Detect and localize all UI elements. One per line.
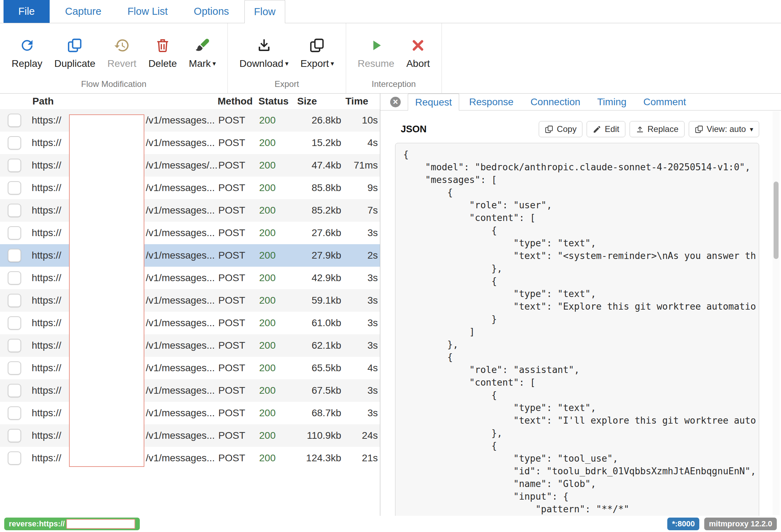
flow-row[interactable]: https:// /v1/messages... POST 200 61.0kb… (0, 312, 380, 334)
flow-row-checkbox[interactable] (8, 339, 21, 352)
flow-path-suffix: /v1/messages... (146, 272, 215, 284)
flow-path-prefix: https:// (32, 407, 61, 419)
replace-upload-icon (636, 125, 644, 134)
flow-path-suffix: /v1/messages... (146, 362, 215, 374)
duplicate-label: Duplicate (54, 58, 95, 69)
col-header-method[interactable]: Method (218, 96, 258, 107)
flow-row-checkbox[interactable] (8, 361, 21, 375)
view-mode-button[interactable]: View: auto ▾ (689, 121, 759, 137)
edit-button[interactable]: Edit (587, 121, 625, 137)
replace-button[interactable]: Replace (630, 121, 685, 137)
flow-row-checkbox[interactable] (8, 384, 21, 397)
flow-row[interactable]: https:// /v1/messages... POST 200 62.1kb… (0, 334, 380, 357)
tab-timing[interactable]: Timing (590, 94, 633, 110)
flow-row[interactable]: https:// /v1/messages... POST 200 110.9k… (0, 424, 380, 447)
flow-row-checkbox[interactable] (8, 429, 21, 442)
col-header-path[interactable]: Path (29, 96, 218, 107)
flow-row-checkbox[interactable] (8, 316, 21, 330)
flow-row[interactable]: https:// /v1/messages... POST 200 15.2kb… (0, 132, 380, 154)
flow-row-checkbox[interactable] (8, 204, 21, 217)
flow-time: 4s (343, 137, 380, 148)
flow-row[interactable]: https:// /v1/messages... POST 200 27.6kb… (0, 222, 380, 244)
flow-size: 27.9kb (297, 250, 343, 261)
flow-row-checkbox[interactable] (8, 159, 21, 172)
flow-row[interactable]: https:// /v1/messages... POST 200 67.5kb… (0, 379, 380, 402)
flow-row[interactable]: https:// /v1/messages... POST 200 85.8kb… (0, 177, 380, 199)
flow-row[interactable]: https:// /v1/messages... POST 200 65.5kb… (0, 357, 380, 379)
flow-row[interactable]: https:// /v1/messages... POST 200 124.3k… (0, 447, 380, 469)
flow-size: 42.9kb (297, 272, 343, 284)
flow-row-marker-cell (0, 294, 29, 307)
flow-row[interactable]: https:// /v1/messages... POST 200 85.2kb… (0, 199, 380, 222)
flow-status: 200 (258, 295, 297, 306)
flow-row-marker-cell (0, 339, 29, 352)
menu-flow[interactable]: Flow (244, 0, 285, 23)
flow-row[interactable]: https:// /v1/messages/... POST 200 47.4k… (0, 154, 380, 177)
mark-button[interactable]: Mark▾ (183, 33, 222, 72)
flow-path-prefix: https:// (32, 137, 61, 148)
mark-brush-icon (193, 36, 212, 55)
detail-tab-bar: × Request Response Connection Timing Com… (380, 94, 781, 110)
mitmweb-window: File Capture Flow List Options Flow Repl… (0, 0, 781, 532)
flow-row[interactable]: https:// /v1/messages... POST 200 68.7kb… (0, 402, 380, 424)
flow-path-suffix: /v1/messages... (146, 340, 215, 351)
flow-status: 200 (258, 182, 297, 194)
flow-method: POST (218, 137, 258, 148)
flow-row-checkbox[interactable] (8, 249, 21, 262)
tab-comment[interactable]: Comment (636, 94, 693, 110)
flow-row[interactable]: https:// /v1/messages... POST 200 27.9kb… (0, 244, 380, 267)
resume-button[interactable]: Resume (352, 33, 400, 72)
tab-connection[interactable]: Connection (523, 94, 587, 110)
flow-row[interactable]: https:// /v1/messages... POST 200 42.9kb… (0, 267, 380, 289)
flow-method: POST (218, 430, 258, 441)
flow-path-suffix: /v1/messages... (146, 407, 215, 419)
download-button[interactable]: Download▾ (233, 33, 294, 72)
flow-time: 3s (343, 385, 380, 396)
flow-path-suffix: /v1/messages... (146, 227, 215, 239)
export-button[interactable]: Export▾ (294, 33, 340, 72)
col-header-size[interactable]: Size (297, 96, 343, 107)
flow-time: 3s (343, 272, 380, 284)
tab-response[interactable]: Response (462, 94, 520, 110)
flow-path-prefix: https:// (32, 272, 61, 284)
export-icon (308, 36, 326, 55)
flow-row-checkbox[interactable] (8, 181, 21, 195)
revert-button[interactable]: Revert (101, 33, 142, 72)
flow-method: POST (218, 160, 258, 171)
close-detail-icon[interactable]: × (390, 97, 401, 107)
statusbar: reverse:https:// *:8000 mitmproxy 12.2.0 (0, 516, 781, 532)
copy-button[interactable]: Copy (539, 121, 582, 137)
scrollbar-track[interactable] (773, 111, 780, 515)
delete-button[interactable]: Delete (142, 33, 183, 72)
flow-row[interactable]: https:// /v1/messages... POST 200 26.8kb… (0, 109, 380, 132)
flow-status: 200 (258, 362, 297, 374)
replay-button[interactable]: Replay (6, 33, 48, 72)
flow-row-checkbox[interactable] (8, 406, 21, 420)
col-header-status[interactable]: Status (258, 96, 297, 107)
flow-path-suffix: /v1/messages... (146, 182, 215, 194)
request-body-viewer[interactable]: { "model": "bedrock/anthropic.claude-son… (395, 143, 759, 516)
abort-button[interactable]: Abort (400, 33, 436, 72)
menu-file[interactable]: File (4, 0, 50, 23)
scrollbar-thumb[interactable] (774, 182, 779, 259)
flow-path-prefix: https:// (32, 385, 61, 396)
menu-options[interactable]: Options (183, 0, 239, 23)
flow-row-checkbox[interactable] (8, 226, 21, 240)
col-header-time[interactable]: Time (343, 96, 380, 107)
flow-row-checkbox[interactable] (8, 114, 21, 127)
tab-request[interactable]: Request (408, 94, 459, 110)
delete-label: Delete (148, 58, 177, 69)
flow-path-suffix: /v1/messages... (146, 205, 215, 216)
duplicate-button[interactable]: Duplicate (48, 33, 101, 72)
flow-row-checkbox[interactable] (8, 136, 21, 150)
flow-row-checkbox[interactable] (8, 271, 21, 285)
menu-capture[interactable]: Capture (55, 0, 112, 23)
flow-row-marker-cell (0, 406, 29, 420)
flow-row-checkbox[interactable] (8, 451, 21, 465)
menu-flow-list[interactable]: Flow List (117, 0, 178, 23)
flow-size: 26.8kb (297, 115, 343, 126)
flow-row[interactable]: https:// /v1/messages... POST 200 59.1kb… (0, 289, 380, 312)
download-label: Download (239, 58, 283, 69)
flow-row-checkbox[interactable] (8, 294, 21, 307)
toolbar: Replay Duplicate Revert (0, 23, 781, 94)
